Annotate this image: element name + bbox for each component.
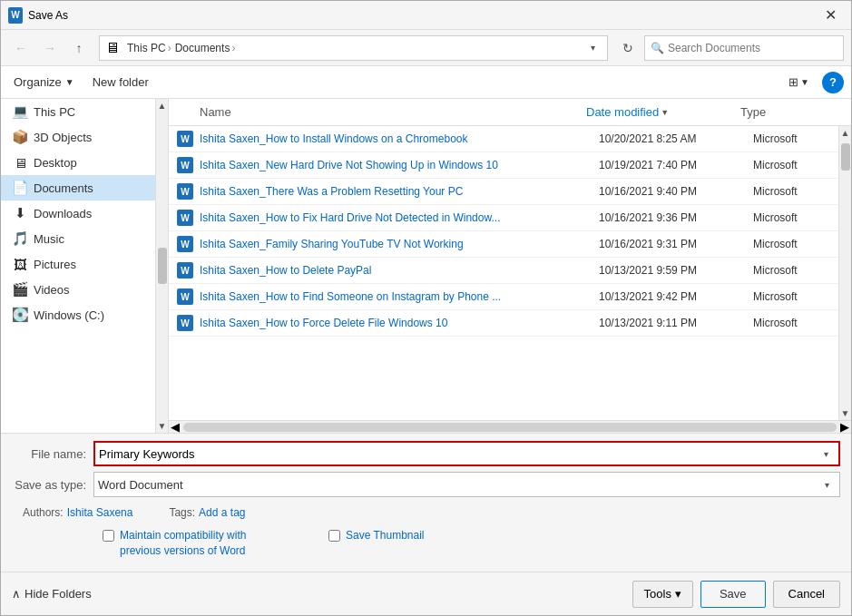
- address-segment-thispc: This PC ›: [127, 42, 171, 54]
- scroll-thumb[interactable]: [841, 143, 850, 171]
- table-row[interactable]: W Ishita Saxen_There Was a Problem Reset…: [169, 179, 851, 205]
- sidebar-item-videos[interactable]: 🎬 Videos: [1, 277, 155, 302]
- sidebar-label-downloads: Downloads: [34, 207, 92, 220]
- search-input[interactable]: [668, 42, 837, 54]
- file-type-2: Microsoft: [753, 159, 844, 171]
- hide-folders-icon: ∧: [12, 587, 21, 601]
- new-folder-button[interactable]: New folder: [87, 72, 154, 93]
- horizontal-scrollbar[interactable]: ◀ ▶: [169, 420, 851, 433]
- file-name-dropdown-button[interactable]: ▾: [817, 449, 835, 459]
- sidebar-items-list: 💻 This PC 📦 3D Objects 🖥 Desktop 📄 Docum…: [1, 99, 155, 433]
- column-header-type: Type: [740, 105, 831, 119]
- main-content: 💻 This PC 📦 3D Objects 🖥 Desktop 📄 Docum…: [1, 99, 851, 433]
- table-row[interactable]: W Ishita Saxen_How to Fix Hard Drive Not…: [169, 205, 851, 231]
- table-row[interactable]: W Ishita Saxen_Family Sharing YouTube TV…: [169, 231, 851, 258]
- sidebar-label-this-pc: This PC: [34, 105, 75, 119]
- tags-value[interactable]: Add a tag: [199, 506, 245, 519]
- file-date-5: 10/16/2021 9:31 PM: [599, 238, 753, 250]
- sidebar-item-downloads[interactable]: ⬇ Downloads: [1, 200, 155, 226]
- save-thumbnail-checkbox[interactable]: [328, 530, 340, 542]
- sidebar-item-music[interactable]: 🎵 Music: [1, 226, 155, 251]
- h-scroll-left[interactable]: ◀: [169, 420, 181, 433]
- help-button[interactable]: ?: [822, 72, 844, 93]
- table-row[interactable]: W Ishita Saxen_How to Install Windows on…: [169, 126, 851, 152]
- address-toolbar: ← → ↑ 🖥 This PC › Documents › ▾ ↻ 🔍: [1, 30, 851, 66]
- file-name-input-wrap[interactable]: ▾: [93, 441, 840, 466]
- file-icon-7: W: [176, 288, 194, 306]
- table-row[interactable]: W Ishita Saxen_New Hard Drive Not Showin…: [169, 152, 851, 179]
- file-icon-6: W: [176, 261, 194, 279]
- sidebar-item-pictures[interactable]: 🖼 Pictures: [1, 251, 155, 277]
- address-bar[interactable]: 🖥 This PC › Documents › ▾: [99, 35, 608, 61]
- sidebar-scroll-down[interactable]: ▼: [156, 419, 169, 433]
- h-scroll-right[interactable]: ▶: [838, 420, 851, 433]
- address-segment-documents: Documents ›: [175, 42, 236, 54]
- column-header-name[interactable]: Name: [200, 105, 586, 119]
- sidebar: 💻 This PC 📦 3D Objects 🖥 Desktop 📄 Docum…: [1, 99, 169, 433]
- sidebar-item-windows-c[interactable]: 💽 Windows (C:): [1, 302, 155, 328]
- sidebar-label-music: Music: [34, 232, 64, 246]
- title-bar: W Save As ✕: [1, 1, 851, 30]
- file-icon-8: W: [176, 314, 194, 332]
- save-thumbnail-item: Save Thumbnail: [328, 528, 425, 543]
- view-dropdown-icon: ▼: [800, 77, 809, 87]
- file-name-6: Ishita Saxen_How to Delete PayPal: [200, 264, 599, 277]
- hide-folders-label: Hide Folders: [24, 587, 92, 601]
- table-row[interactable]: W Ishita Saxen_How to Delete PayPal 10/1…: [169, 258, 851, 284]
- file-name-input[interactable]: [99, 447, 817, 461]
- vertical-scrollbar[interactable]: ▲ ▼: [838, 126, 851, 420]
- maintain-compatibility-checkbox[interactable]: [103, 530, 114, 542]
- bottom-bar: ∧ Hide Folders Tools ▾ Save Cancel: [1, 572, 851, 615]
- table-row[interactable]: W Ishita Saxen_How to Force Delete File …: [169, 310, 851, 337]
- hide-folders-button[interactable]: ∧ Hide Folders: [12, 587, 92, 601]
- sidebar-scroll-up[interactable]: ▲: [156, 99, 169, 112]
- file-list[interactable]: W Ishita Saxen_How to Install Windows on…: [169, 126, 851, 420]
- address-dropdown-button[interactable]: ▾: [583, 36, 602, 60]
- search-box[interactable]: 🔍: [644, 35, 844, 61]
- authors-value[interactable]: Ishita Saxena: [67, 506, 133, 519]
- file-name-1: Ishita Saxen_How to Install Windows on a…: [200, 132, 599, 145]
- sidebar-item-this-pc[interactable]: 💻 This PC: [1, 99, 155, 124]
- file-name-7: Ishita Saxen_How to Find Someone on Inst…: [200, 290, 599, 303]
- file-icon-1: W: [176, 130, 194, 148]
- forward-button[interactable]: →: [37, 35, 63, 61]
- checkboxes-row: Maintain compatibility with previous ver…: [12, 523, 840, 564]
- organize-button[interactable]: Organize ▼: [8, 72, 80, 93]
- save-as-type-select-wrap[interactable]: Word Document ▾: [93, 472, 840, 497]
- h-scroll-track[interactable]: [183, 423, 837, 432]
- sidebar-item-documents[interactable]: 📄 Documents: [1, 175, 155, 200]
- tools-dropdown-icon: ▾: [675, 587, 681, 601]
- 3d-objects-icon: 📦: [12, 129, 28, 145]
- save-as-type-dropdown-button[interactable]: ▾: [818, 480, 836, 490]
- file-date-1: 10/20/2021 8:25 AM: [599, 132, 753, 145]
- table-row[interactable]: W Ishita Saxen_How to Find Someone on In…: [169, 284, 851, 310]
- close-button[interactable]: ✕: [809, 1, 851, 30]
- file-type-5: Microsoft: [753, 238, 844, 250]
- column-header-date[interactable]: Date modified ▼: [586, 105, 740, 119]
- meta-row: Authors: Ishita Saxena Tags: Add a tag: [12, 503, 840, 523]
- scroll-up-arrow[interactable]: ▲: [839, 126, 851, 140]
- scroll-down-arrow[interactable]: ▼: [839, 406, 851, 420]
- sort-arrow-icon: ▼: [661, 108, 669, 117]
- sidebar-item-3d-objects[interactable]: 📦 3D Objects: [1, 124, 155, 150]
- file-pane: Name Date modified ▼ Type W Ishita Saxen…: [169, 99, 851, 433]
- tools-button[interactable]: Tools ▾: [632, 581, 693, 608]
- file-icon-2: W: [176, 156, 194, 174]
- view-button[interactable]: ⊞ ▼: [783, 72, 815, 93]
- sidebar-scroll-thumb[interactable]: [158, 248, 167, 284]
- this-pc-icon: 💻: [12, 103, 28, 120]
- sidebar-item-desktop[interactable]: 🖥 Desktop: [1, 150, 155, 175]
- refresh-button[interactable]: ↻: [615, 35, 641, 61]
- file-name-4: Ishita Saxen_How to Fix Hard Drive Not D…: [200, 211, 599, 224]
- up-button[interactable]: ↑: [66, 35, 92, 61]
- tools-label: Tools: [644, 587, 671, 601]
- cancel-button[interactable]: Cancel: [773, 581, 840, 608]
- save-button[interactable]: Save: [700, 581, 766, 608]
- save-thumbnail-label: Save Thumbnail: [346, 528, 425, 543]
- sidebar-scrollbar[interactable]: ▲ ▼: [155, 99, 168, 433]
- file-icon-5: W: [176, 235, 194, 253]
- file-type-8: Microsoft: [753, 317, 844, 329]
- word-app-icon: W: [8, 8, 23, 23]
- authors-item: Authors: Ishita Saxena: [23, 506, 132, 519]
- back-button[interactable]: ←: [8, 35, 34, 61]
